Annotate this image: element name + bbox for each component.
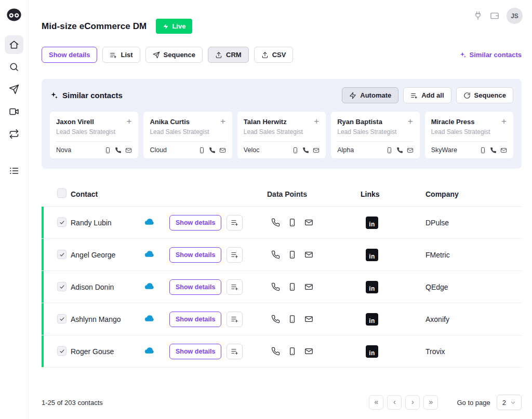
prev-page-button[interactable]: ‹: [387, 395, 402, 410]
panel-sequence-button[interactable]: Sequence: [456, 87, 513, 103]
salesforce-cloud-icon[interactable]: [142, 217, 156, 227]
company-name: DPulse: [425, 219, 522, 227]
contact-role: Lead Sales Strategist: [150, 128, 225, 136]
check-icon: [59, 316, 65, 322]
add-contact-button[interactable]: +: [407, 118, 414, 125]
email-icon[interactable]: [304, 218, 313, 227]
panel-sequence-label: Sequence: [474, 91, 506, 99]
paper-plane-icon: [9, 84, 19, 94]
app-logo[interactable]: [6, 7, 22, 24]
linkedin-icon[interactable]: in: [366, 281, 378, 293]
check-icon: [59, 252, 65, 258]
mobile-icon: [198, 147, 205, 154]
similar-contact-cards: Jaxon Virell + Lead Sales Strategist Nov…: [50, 112, 513, 158]
email-icon: [500, 147, 507, 154]
add-to-list-button[interactable]: [227, 279, 243, 295]
add-to-list-button[interactable]: [227, 247, 243, 263]
sequence-button[interactable]: Sequence: [145, 47, 203, 63]
mobile-icon[interactable]: [288, 218, 297, 227]
add-contact-button[interactable]: +: [313, 118, 320, 125]
integrations-plug-icon[interactable]: [473, 11, 484, 21]
mobile-icon: [104, 147, 111, 154]
page-select[interactable]: 2: [497, 395, 522, 410]
sidebar-item-lists[interactable]: [5, 161, 23, 180]
mobile-icon[interactable]: [288, 347, 297, 356]
show-details-toggle-button[interactable]: Show details: [42, 47, 97, 63]
show-details-button[interactable]: Show details: [169, 215, 221, 231]
linkedin-icon[interactable]: in: [366, 345, 378, 358]
row-checkbox[interactable]: [57, 218, 66, 227]
sidebar-item-sequences[interactable]: [5, 80, 23, 99]
contact-column-header: Contact: [71, 190, 267, 198]
email-icon: [219, 147, 226, 154]
table-footer: 1-25 of 203 contacts « ‹ › » Go to page …: [42, 395, 522, 410]
crm-export-button[interactable]: CRM: [208, 47, 249, 63]
email-icon[interactable]: [304, 282, 313, 291]
salesforce-cloud-icon[interactable]: [142, 313, 156, 323]
list-plus-icon: [231, 219, 238, 226]
row-checkbox[interactable]: [57, 250, 66, 259]
salesforce-cloud-icon[interactable]: [142, 281, 156, 291]
next-page-button[interactable]: ›: [405, 395, 420, 410]
first-page-button[interactable]: «: [369, 395, 383, 410]
phone-icon[interactable]: [271, 347, 280, 356]
last-page-button[interactable]: »: [423, 395, 438, 410]
show-details-button[interactable]: Show details: [169, 247, 221, 263]
contact-role: Lead Sales Strategist: [244, 128, 320, 136]
sidebar-item-home[interactable]: [5, 35, 23, 54]
row-checkbox[interactable]: [57, 282, 66, 291]
table-row: Ashlynn Mango Show details in Axonify: [42, 303, 522, 335]
add-contact-button[interactable]: +: [126, 118, 132, 125]
add-contact-button[interactable]: +: [501, 118, 507, 125]
list-button[interactable]: List: [102, 47, 140, 63]
links-column-header: Links: [361, 190, 425, 198]
page-header: Mid-size eCommerce DM Live: [42, 0, 522, 34]
csv-export-button[interactable]: CSV: [254, 47, 294, 63]
select-all-checkbox[interactable]: [57, 188, 66, 198]
sidebar-item-search[interactable]: [5, 58, 23, 76]
phone-icon[interactable]: [271, 218, 280, 227]
add-to-list-button[interactable]: [227, 215, 243, 231]
sidebar-item-workflows[interactable]: [5, 125, 23, 143]
similar-contacts-link[interactable]: Similar contacts: [459, 51, 522, 59]
user-avatar[interactable]: JS: [507, 8, 523, 24]
contact-company: Veloc: [244, 146, 260, 154]
linkedin-icon[interactable]: in: [366, 313, 378, 326]
email-icon: [407, 147, 414, 154]
add-to-list-button[interactable]: [227, 344, 243, 359]
mobile-icon[interactable]: [288, 315, 297, 323]
contact-name: Talan Herwitz: [244, 118, 287, 126]
list-icon: [110, 51, 117, 59]
email-icon[interactable]: [304, 347, 313, 356]
salesforce-cloud-icon[interactable]: [142, 345, 156, 356]
linkedin-icon[interactable]: in: [366, 249, 378, 261]
sidebar-item-video[interactable]: [5, 102, 23, 121]
phone-icon[interactable]: [271, 282, 280, 291]
add-contact-button[interactable]: +: [220, 118, 226, 125]
automate-label: Automate: [360, 91, 391, 99]
phone-icon[interactable]: [271, 315, 280, 323]
phone-icon: [302, 147, 309, 154]
salesforce-cloud-icon[interactable]: [142, 249, 156, 259]
credits-wallet-icon[interactable]: [490, 11, 500, 21]
live-badge: Live: [156, 19, 192, 34]
add-to-list-button[interactable]: [227, 312, 243, 327]
phone-icon[interactable]: [271, 250, 280, 259]
show-details-button[interactable]: Show details: [169, 279, 221, 295]
mobile-icon[interactable]: [288, 282, 297, 291]
email-icon[interactable]: [304, 315, 313, 323]
mobile-icon[interactable]: [288, 250, 297, 259]
company-name: QEdge: [425, 283, 522, 291]
email-icon[interactable]: [304, 250, 313, 259]
similar-contacts-panel: Similar contacts Automate Add all Sequen…: [42, 79, 522, 169]
automate-button[interactable]: Automate: [342, 87, 398, 103]
row-checkbox[interactable]: [57, 346, 66, 356]
paper-plane-icon: [153, 51, 160, 59]
panel-title-wrap: Similar contacts: [50, 91, 123, 100]
add-all-button[interactable]: Add all: [403, 87, 451, 103]
show-details-button[interactable]: Show details: [169, 312, 221, 327]
row-checkbox[interactable]: [57, 314, 66, 323]
rotate-icon: [463, 92, 471, 99]
linkedin-icon[interactable]: in: [366, 217, 378, 229]
show-details-button[interactable]: Show details: [169, 344, 221, 359]
